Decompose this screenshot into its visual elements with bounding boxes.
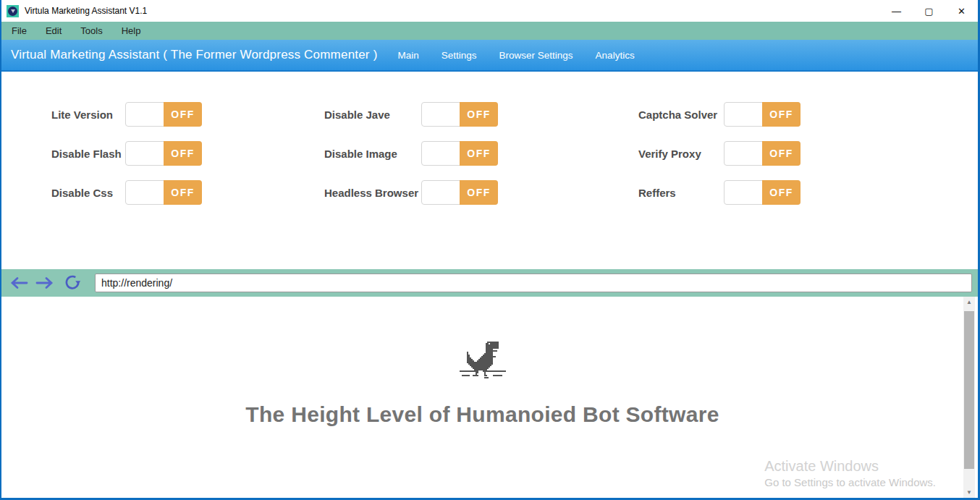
setting-disable-jave: Disable Jave OFF (324, 102, 498, 127)
setting-reffers: Reffers OFF (638, 180, 801, 205)
scroll-down-icon[interactable]: ▼ (963, 487, 975, 498)
toggle-off-state: OFF (460, 180, 498, 205)
nav-analytics[interactable]: Analytics (596, 50, 635, 61)
setting-captcha-solver: Captcha Solver OFF (638, 102, 801, 127)
app-window: Virtula Marketing Assistant V1.1 — ▢ ✕ F… (0, 0, 980, 500)
watermark-line2: Go to Settings to activate Windows. (764, 476, 936, 488)
window-controls: — ▢ ✕ (880, 0, 978, 22)
reload-icon (64, 274, 81, 292)
setting-lite-version: Lite Version OFF (51, 102, 202, 127)
titlebar: Virtula Marketing Assistant V1.1 — ▢ ✕ (1, 0, 978, 22)
menu-edit[interactable]: Edit (46, 25, 62, 36)
ground-speck (484, 377, 489, 378)
disable-css-toggle[interactable]: OFF (125, 180, 202, 205)
watermark-line1: Activate Windows (764, 458, 936, 475)
setting-label: Lite Version (51, 109, 125, 121)
settings-column-2: Disable Jave OFF Disable Image OFF Headl… (324, 102, 498, 205)
setting-disable-css: Disable Css OFF (51, 180, 202, 205)
dino-scene (460, 340, 506, 381)
disable-jave-toggle[interactable]: OFF (421, 102, 498, 127)
disable-flash-toggle[interactable]: OFF (125, 141, 202, 166)
setting-label: Disable Image (324, 148, 421, 160)
toggle-off-state: OFF (762, 180, 801, 205)
vertical-scrollbar[interactable]: ▲ ▼ (963, 297, 975, 498)
nav-main[interactable]: Main (398, 50, 419, 61)
ground-speck (462, 375, 470, 376)
disable-image-toggle[interactable]: OFF (421, 141, 498, 166)
page-heading: The Height Level of Humanoied Bot Softwa… (245, 402, 719, 427)
browser-toolbar (1, 269, 978, 297)
setting-label: Reffers (638, 187, 724, 199)
toggle-off-state: OFF (762, 141, 801, 166)
menu-file[interactable]: File (12, 25, 27, 36)
ground-line-right (486, 370, 506, 372)
app-icon (7, 5, 19, 17)
setting-label: Headless Browser (324, 187, 421, 199)
setting-label: Captcha Solver (638, 109, 724, 121)
url-input[interactable] (95, 274, 972, 292)
setting-label: Disable Css (51, 187, 125, 199)
settings-column-1: Lite Version OFF Disable Flash OFF Disab… (51, 102, 202, 205)
verify-proxy-toggle[interactable]: OFF (724, 141, 801, 166)
menu-help[interactable]: Help (122, 25, 141, 36)
minimize-button[interactable]: — (880, 0, 913, 22)
window-title: Virtula Marketing Assistant V1.1 (25, 6, 147, 16)
setting-label: Disable Jave (324, 109, 421, 121)
ground-speck (473, 375, 476, 376)
captcha-solver-toggle[interactable]: OFF (724, 102, 801, 127)
header-nav: Main Settings Browser Settings Analytics (398, 50, 635, 61)
setting-disable-flash: Disable Flash OFF (51, 141, 202, 166)
browser-content: The Height Level of Humanoied Bot Softwa… (1, 297, 978, 498)
app-header-title: Virtual Marketing Assistant ( The Former… (11, 48, 378, 62)
setting-label: Disable Flash (51, 148, 125, 160)
menubar: File Edit Tools Help (1, 22, 978, 40)
ground-line-left (460, 370, 478, 372)
toggle-off-state: OFF (164, 141, 202, 166)
toggle-off-state: OFF (460, 141, 498, 166)
nav-settings[interactable]: Settings (442, 50, 477, 61)
reffers-toggle[interactable]: OFF (724, 180, 801, 205)
settings-column-3: Captcha Solver OFF Verify Proxy OFF Reff… (638, 102, 801, 205)
toggle-off-state: OFF (164, 102, 202, 127)
setting-label: Verify Proxy (638, 148, 724, 160)
forward-arrow-icon (35, 276, 54, 289)
reload-button[interactable] (62, 272, 83, 294)
app-header: Virtual Marketing Assistant ( The Former… (1, 40, 978, 72)
scroll-up-icon[interactable]: ▲ (963, 297, 975, 308)
toggle-off-state: OFF (460, 102, 498, 127)
setting-headless-browser: Headless Browser OFF (324, 180, 498, 205)
back-arrow-icon (9, 276, 28, 289)
maximize-button[interactable]: ▢ (913, 0, 945, 22)
headless-browser-toggle[interactable]: OFF (421, 180, 498, 205)
close-button[interactable]: ✕ (945, 0, 978, 22)
toggle-off-state: OFF (762, 102, 801, 127)
back-button[interactable] (8, 272, 30, 294)
menu-tools[interactable]: Tools (80, 25, 102, 36)
app-icon-orb (8, 7, 17, 16)
toggle-off-state: OFF (164, 180, 202, 205)
setting-verify-proxy: Verify Proxy OFF (638, 141, 801, 166)
setting-disable-image: Disable Image OFF (324, 141, 498, 166)
ground-speck (493, 375, 502, 376)
browser-settings-panel: Lite Version OFF Disable Flash OFF Disab… (1, 72, 978, 269)
activate-windows-watermark: Activate Windows Go to Settings to activ… (764, 458, 936, 488)
nav-browser-settings[interactable]: Browser Settings (499, 50, 573, 61)
lite-version-toggle[interactable]: OFF (125, 102, 202, 127)
scrollbar-thumb[interactable] (964, 311, 974, 469)
forward-button[interactable] (34, 272, 56, 294)
center-stage: The Height Level of Humanoied Bot Softwa… (1, 297, 978, 427)
